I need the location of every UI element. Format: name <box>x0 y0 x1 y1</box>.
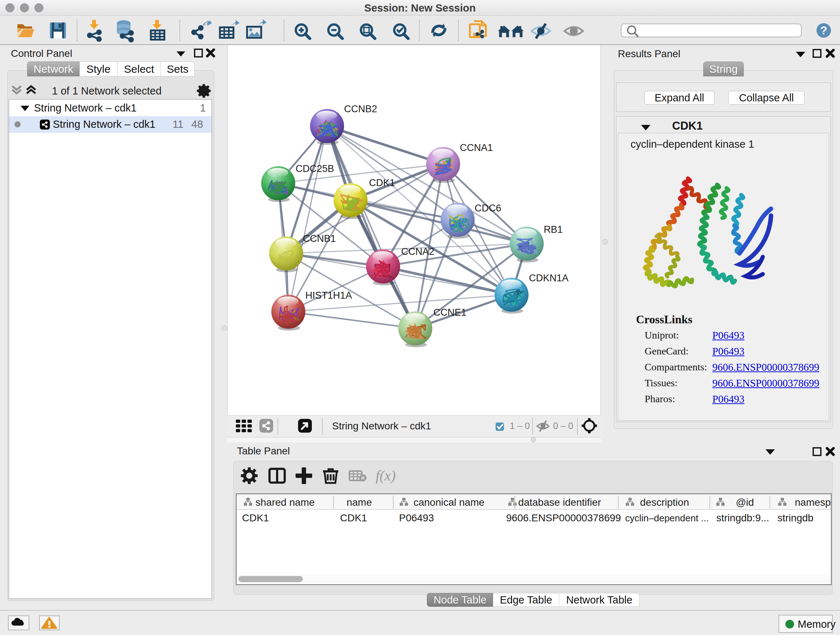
svg-text:shared name: shared name <box>256 497 314 508</box>
svg-text:CCNE1: CCNE1 <box>433 307 467 318</box>
svg-text:@id: @id <box>736 497 754 508</box>
svg-text:name: name <box>347 497 372 508</box>
svg-text:RB1: RB1 <box>544 224 563 235</box>
svg-text:namespac: namespac <box>795 497 831 508</box>
svg-text:?: ? <box>820 24 827 37</box>
svg-text:CDKN1A: CDKN1A <box>529 272 569 283</box>
svg-text:description: description <box>640 497 689 508</box>
svg-text:database identifier: database identifier <box>518 497 601 508</box>
svg-text:CCNA2: CCNA2 <box>401 246 434 257</box>
svg-text:CDC6: CDC6 <box>475 203 501 214</box>
svg-text:1 – 0: 1 – 0 <box>510 421 530 431</box>
svg-text:CCNA1: CCNA1 <box>460 142 493 153</box>
svg-text:CCNB2: CCNB2 <box>344 103 377 114</box>
svg-text:0 – 0: 0 – 0 <box>553 421 573 431</box>
svg-text:f(x): f(x) <box>376 467 396 484</box>
svg-text:CDK1: CDK1 <box>369 177 395 188</box>
svg-text:HIST1H1A: HIST1H1A <box>305 290 352 301</box>
svg-text:canonical name: canonical name <box>414 497 485 508</box>
svg-text:String Network – cdk1: String Network – cdk1 <box>332 420 431 432</box>
svg-text:CCNB1: CCNB1 <box>303 233 336 244</box>
svg-text:CDC25B: CDC25B <box>295 163 334 174</box>
